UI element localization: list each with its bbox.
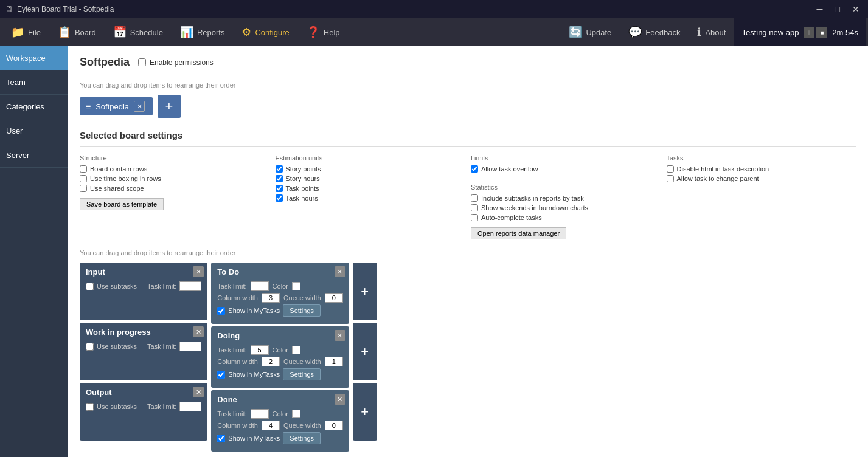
board-contain-rows-checkbox[interactable] xyxy=(80,165,87,173)
lane-output-close-button[interactable]: ✕ xyxy=(193,387,204,397)
open-reports-button[interactable]: Open reports data manager xyxy=(471,227,566,239)
sidebar-item-categories[interactable]: Categories xyxy=(0,95,68,119)
done-show-mytasks-checkbox[interactable] xyxy=(217,435,225,442)
todo-queue-width-input[interactable] xyxy=(325,293,343,303)
menu-about[interactable]: ℹ About xyxy=(689,26,734,39)
output-use-subtasks-checkbox[interactable] xyxy=(86,403,94,411)
add-column-button-1[interactable]: + xyxy=(353,263,377,320)
statistics-title: Statistics xyxy=(471,184,661,191)
todo-settings-button[interactable]: Settings xyxy=(283,304,321,317)
lane-wip-close-button[interactable]: ✕ xyxy=(193,326,204,337)
input-task-limit-input[interactable] xyxy=(179,281,201,291)
add-board-button[interactable]: + xyxy=(158,95,181,118)
task-hours-checkbox[interactable] xyxy=(276,194,283,202)
enable-permissions-checkbox[interactable] xyxy=(138,58,146,66)
shared-scope-checkbox[interactable] xyxy=(80,185,87,192)
story-hours-checkbox[interactable] xyxy=(276,175,283,182)
minimize-button[interactable]: ─ xyxy=(813,3,827,15)
auto-complete-checkbox[interactable] xyxy=(471,214,478,221)
doing-settings-button[interactable]: Settings xyxy=(283,368,321,380)
menu-board[interactable]: 📋 Board xyxy=(49,18,105,46)
stat-cb-weekends[interactable]: Show weekends in burndown charts xyxy=(471,204,661,211)
output-task-limit-input[interactable] xyxy=(179,402,201,411)
tasks-cb-disable-html[interactable]: Disable html in task description xyxy=(667,165,856,173)
board-chip-close-button[interactable]: ✕ xyxy=(134,101,145,112)
task-points-checkbox[interactable] xyxy=(276,185,283,192)
done-settings-button[interactable]: Settings xyxy=(283,432,321,444)
wip-use-subtasks-checkbox[interactable] xyxy=(86,343,94,351)
input-use-subtasks-checkbox[interactable] xyxy=(86,283,94,290)
sidebar-item-workspace[interactable]: Workspace xyxy=(0,46,68,70)
stage-done-close-button[interactable]: ✕ xyxy=(335,394,345,405)
done-col-width-input[interactable] xyxy=(262,421,280,430)
done-task-limit-input[interactable] xyxy=(251,409,269,419)
menu-reports[interactable]: 📊 Reports xyxy=(172,18,234,46)
menu-help[interactable]: ❓ Help xyxy=(298,18,349,46)
menu-file-label: File xyxy=(28,28,41,37)
lane-output-subtask-row: Use subtasks Task limit: xyxy=(86,402,201,411)
disable-html-checkbox[interactable] xyxy=(667,165,674,173)
menu-configure[interactable]: ⚙ Configure xyxy=(233,18,297,46)
doing-show-mytasks-checkbox[interactable] xyxy=(217,371,225,379)
settings-divider xyxy=(80,146,856,147)
done-queue-width-input[interactable] xyxy=(325,421,343,430)
menu-update[interactable]: 🔄 Update xyxy=(560,26,620,39)
todo-task-limit-input[interactable] xyxy=(251,281,269,291)
save-template-button[interactable]: Save board as template xyxy=(80,198,164,210)
est-cb-storyhours[interactable]: Story hours xyxy=(276,175,465,182)
done-color-box[interactable] xyxy=(292,410,300,418)
lane-input-header: Input xyxy=(80,263,207,279)
structure-cb-shared[interactable]: Use shared scope xyxy=(80,185,269,192)
todo-col-width-label: Column width xyxy=(217,294,258,301)
stat-cb-subtasks[interactable]: Include subtasks in reports by task xyxy=(471,194,661,202)
lane-input-close-button[interactable]: ✕ xyxy=(193,266,204,277)
time-boxing-checkbox[interactable] xyxy=(80,175,87,182)
menu-feedback[interactable]: 💬 Feedback xyxy=(620,26,689,39)
board-chip-softpedia[interactable]: ≡ Softpedia ✕ xyxy=(80,97,153,115)
todo-col-width-input[interactable] xyxy=(262,293,280,303)
lane-input-body: Use subtasks Task limit: xyxy=(80,279,207,297)
add-column-button-3[interactable]: + xyxy=(353,383,377,441)
menu-file[interactable]: 📁 File xyxy=(2,18,49,46)
stage-doing-close-button[interactable]: ✕ xyxy=(335,330,345,341)
menu-update-label: Update xyxy=(586,28,611,37)
lane-wip-header: Work in progress xyxy=(80,323,207,339)
task-overflow-checkbox[interactable] xyxy=(471,165,478,173)
wip-task-limit-input[interactable] xyxy=(179,342,201,351)
todo-show-mytasks-checkbox[interactable] xyxy=(217,307,225,315)
doing-color-box[interactable] xyxy=(292,346,300,354)
lane-wip-divider xyxy=(142,342,142,351)
add-column-button-2[interactable]: + xyxy=(353,323,377,380)
page-header: Softpedia Enable permissions xyxy=(80,56,856,69)
est-cb-storypoints[interactable]: Story points xyxy=(276,165,465,173)
est-cb-taskpoints[interactable]: Task points xyxy=(276,185,465,192)
menu-schedule[interactable]: 📅 Schedule xyxy=(105,18,172,46)
sidebar-item-team[interactable]: Team xyxy=(0,70,68,95)
doing-col-width-input[interactable] xyxy=(262,357,280,366)
close-button[interactable]: ✕ xyxy=(849,3,863,15)
weekends-burndown-checkbox[interactable] xyxy=(471,204,478,211)
stat-cb-autocomplete[interactable]: Auto-complete tasks xyxy=(471,214,661,221)
todo-color-box[interactable] xyxy=(292,282,300,290)
tasks-cb-change-parent[interactable]: Allow task to change parent xyxy=(667,175,856,182)
doing-task-limit-input[interactable] xyxy=(251,345,269,355)
sidebar-item-server[interactable]: Server xyxy=(0,143,68,168)
update-icon: 🔄 xyxy=(569,26,582,39)
limits-statistics-col: Limits Allow task overflow Statistics In… xyxy=(471,154,661,239)
limits-cb-overflow[interactable]: Allow task overflow xyxy=(471,165,661,173)
timer-pause-button[interactable]: ⏸ xyxy=(804,27,814,38)
subtasks-reports-checkbox[interactable] xyxy=(471,194,478,202)
enable-permissions-label[interactable]: Enable permissions xyxy=(138,58,214,67)
doing-queue-width-input[interactable] xyxy=(325,357,343,366)
timer-stop-button[interactable]: ■ xyxy=(816,27,827,38)
board-chip-icon: ≡ xyxy=(86,101,91,111)
change-parent-checkbox[interactable] xyxy=(667,175,674,182)
sidebar-item-user[interactable]: User xyxy=(0,119,68,143)
stage-todo-close-button[interactable]: ✕ xyxy=(335,266,345,277)
structure-cb-timeboxing[interactable]: Use time boxing in rows xyxy=(80,175,269,182)
structure-cb-rows[interactable]: Board contain rows xyxy=(80,165,269,173)
est-cb-taskhours[interactable]: Task hours xyxy=(276,194,465,202)
story-points-checkbox[interactable] xyxy=(276,165,283,173)
menu-schedule-label: Schedule xyxy=(130,28,163,37)
maximize-button[interactable]: □ xyxy=(832,3,844,15)
